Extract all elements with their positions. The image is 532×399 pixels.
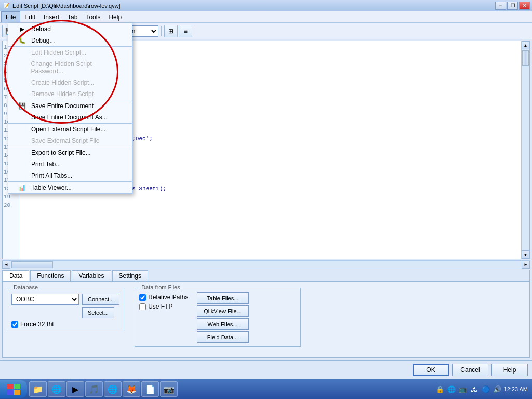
field-data-button[interactable]: Field Data... [197, 331, 249, 343]
menu-save-external: Save External Script File [8, 135, 132, 147]
scroll-right-btn[interactable]: ► [522, 261, 530, 269]
taskbar: 📁 🌐 ▶ 🎵 🌐 🦊 📄 📷 🔒 🌐 📺 🖧 🔵 🔊 12:23 AM [0, 379, 532, 399]
use-ftp-checkbox[interactable] [139, 303, 146, 310]
action-buttons: OK Cancel Help [0, 360, 532, 379]
tray-network-icon[interactable]: 🌐 [447, 384, 456, 394]
menu-open-external[interactable]: Open External Script File... [8, 124, 132, 135]
force32bit-row: Force 32 Bit [11, 321, 119, 328]
main-window: 📝 Edit Script [D:\Qlik\dashboard\row-lev… [0, 0, 532, 379]
use-ftp-row: Use FTP [139, 303, 188, 310]
taskbar-app-pdf[interactable]: 📄 [141, 381, 159, 397]
scroll-down-btn[interactable]: ▼ [522, 250, 529, 259]
tray-lock-icon[interactable]: 🔒 [435, 384, 445, 394]
taskbar-app-vlc[interactable]: 🎵 [85, 381, 103, 397]
file-buttons: Table Files... QlikView File... Web File… [197, 292, 249, 343]
menu-save-entire-as[interactable]: Save Entire Document As... [8, 112, 132, 123]
menu-print-tab[interactable]: Print Tab... [8, 158, 132, 170]
taskbar-app-ie[interactable]: 🌐 [48, 381, 65, 397]
database-section: Database ODBC Connect... Select... [7, 288, 124, 331]
scroll-left-btn[interactable]: ◄ [2, 261, 10, 269]
menu-section-6: 📊 Table Viewer... [8, 182, 132, 194]
save-icon: 💾 [17, 102, 27, 110]
menu-help[interactable]: Help [104, 11, 126, 22]
connect-button[interactable]: Connect... [82, 294, 119, 305]
taskbar-tray: 🔒 🌐 📺 🖧 🔵 🔊 12:23 AM [435, 384, 532, 394]
horizontal-scrollbar[interactable]: ◄ ► [2, 260, 530, 269]
bottom-panel: Data Functions Variables Settings Databa… [2, 270, 530, 358]
checkboxes: Relative Paths Use FTP [139, 294, 188, 343]
taskbar-app-firefox[interactable]: 🦊 [123, 381, 140, 397]
relative-paths-row: Relative Paths [139, 294, 188, 301]
vertical-scrollbar[interactable]: ▲ ▼ [521, 41, 529, 259]
database-row: ODBC Connect... [11, 294, 119, 305]
help-button[interactable]: Help [491, 364, 528, 376]
scroll-thumb[interactable] [522, 50, 529, 66]
taskbar-app-chrome[interactable]: 🌐 [104, 381, 122, 397]
scroll-track [522, 49, 529, 250]
h-scroll-thumb[interactable] [11, 261, 53, 268]
menu-file[interactable]: File [1, 11, 20, 22]
tab-functions[interactable]: Functions [30, 270, 71, 281]
tray-connect-icon[interactable]: 🖧 [470, 384, 479, 394]
menu-table-viewer[interactable]: 📊 Table Viewer... [8, 182, 132, 193]
tab-data[interactable]: Data [3, 270, 29, 281]
maximize-button[interactable]: ❐ [507, 2, 518, 10]
toolbar-btn-7[interactable]: ⊞ [164, 25, 178, 37]
reload-icon: ▶ [17, 25, 27, 33]
tray-volume-icon[interactable]: 🔊 [493, 384, 502, 394]
toolbar-btn-8[interactable]: ≡ [179, 25, 192, 37]
datafiles-section: Data from Files Relative Paths Use FTP [135, 288, 301, 347]
menu-tools[interactable]: Tools [82, 11, 104, 22]
minimize-button[interactable]: − [495, 2, 506, 10]
title-bar: 📝 Edit Script [D:\Qlik\dashboard\row-lev… [0, 0, 532, 11]
table-files-button[interactable]: Table Files... [197, 292, 249, 304]
taskbar-app-media[interactable]: ▶ [66, 381, 84, 397]
svg-rect-3 [14, 390, 20, 395]
odbc-select[interactable]: ODBC [11, 294, 79, 305]
tray-display-icon[interactable]: 📺 [458, 384, 468, 394]
menu-edit-hidden: Edit Hidden Script... [8, 47, 132, 58]
menu-export-script[interactable]: Export to Script File... [8, 147, 132, 158]
menu-section-1: ▶ Reload 🐛 Debug... [8, 23, 132, 47]
force32bit-checkbox[interactable] [11, 321, 18, 328]
menu-debug[interactable]: 🐛 Debug... [8, 35, 132, 46]
datafiles-label: Data from Files [139, 284, 182, 290]
menu-edit[interactable]: Edit [20, 11, 39, 22]
panel-content: Database ODBC Connect... Select... [3, 282, 529, 351]
menu-section-5: Export to Script File... Print Tab... Pr… [8, 147, 132, 182]
tab-variables[interactable]: Variables [72, 270, 111, 281]
menu-bar: File Edit Insert Tab Tools Help [0, 11, 532, 23]
menu-section-2: Edit Hidden Script... Change Hidden Scri… [8, 47, 132, 100]
scroll-up-btn[interactable]: ▲ [522, 41, 529, 49]
tray-bluetooth-icon[interactable]: 🔵 [481, 384, 490, 394]
svg-rect-2 [7, 390, 13, 395]
menu-reload[interactable]: ▶ Reload [8, 23, 132, 35]
web-files-button[interactable]: Web Files... [197, 318, 249, 330]
close-button[interactable]: ✕ [519, 2, 530, 10]
menu-save-entire[interactable]: 💾 Save Entire Document [8, 100, 132, 112]
taskbar-apps: 📁 🌐 ▶ 🎵 🌐 🦊 📄 📷 [29, 381, 435, 397]
select-button[interactable]: Select... [82, 307, 114, 318]
menu-create-hidden: Create Hidden Script... [8, 77, 132, 88]
cancel-button[interactable]: Cancel [452, 364, 488, 376]
relative-paths-checkbox[interactable] [139, 294, 146, 301]
ok-button[interactable]: OK [413, 364, 449, 376]
file-dropdown-menu: ▶ Reload 🐛 Debug... Edit Hidden Script..… [8, 23, 132, 194]
force32bit-label: Force 32 Bit [20, 321, 54, 328]
menu-change-password: Change Hidden Script Password... [8, 58, 132, 77]
menu-section-4: Open External Script File... Save Extern… [8, 124, 132, 147]
windows-logo [6, 383, 21, 395]
title-text: Edit Script [D:\Qlik\dashboard\row-lev.q… [12, 3, 495, 9]
taskbar-app-explorer[interactable]: 📁 [29, 381, 47, 397]
svg-rect-1 [14, 384, 20, 389]
menu-tab[interactable]: Tab [63, 11, 82, 22]
menu-insert[interactable]: Insert [39, 11, 63, 22]
h-scroll-track [10, 261, 522, 269]
taskbar-app-cam[interactable]: 📷 [160, 381, 178, 397]
menu-remove-hidden: Remove Hidden Script [8, 88, 132, 100]
start-button[interactable] [0, 380, 27, 398]
qlikview-file-button[interactable]: QlikView File... [197, 305, 249, 317]
menu-section-3: 💾 Save Entire Document Save Entire Docum… [8, 100, 132, 124]
tab-settings[interactable]: Settings [112, 270, 148, 281]
menu-print-all-tabs[interactable]: Print All Tabs... [8, 170, 132, 181]
